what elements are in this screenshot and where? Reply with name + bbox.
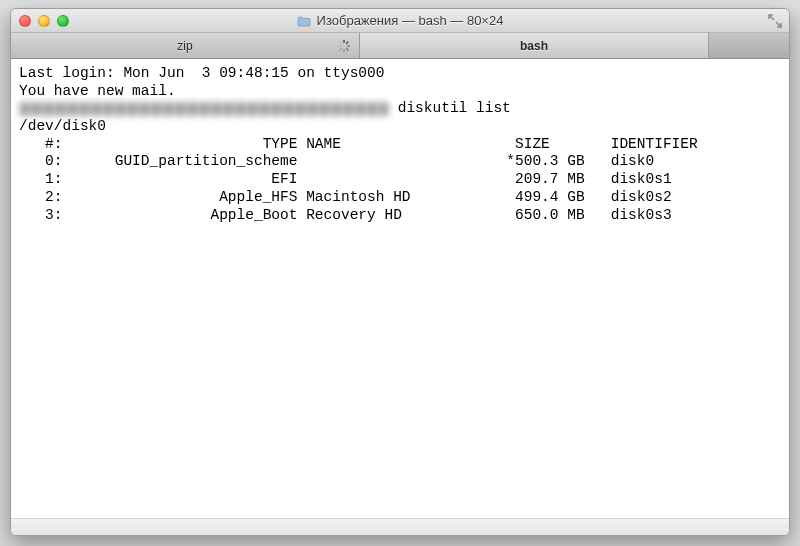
- last-login-line: Last login: Mon Jun 3 09:48:15 on ttys00…: [19, 65, 384, 81]
- window-title-text: Изображения — bash — 80×24: [317, 13, 504, 28]
- fullscreen-icon[interactable]: [767, 13, 783, 29]
- svg-line-1: [346, 41, 348, 43]
- titlebar[interactable]: Изображения — bash — 80×24: [11, 9, 789, 33]
- close-button[interactable]: [19, 15, 31, 27]
- redacted-prompt: [19, 102, 389, 116]
- tab-label: bash: [520, 39, 548, 53]
- terminal-window: Изображения — bash — 80×24 zip: [10, 8, 790, 536]
- tab-new[interactable]: [709, 33, 789, 58]
- tab-bar: zip bash: [11, 33, 789, 59]
- svg-line-5: [340, 48, 342, 50]
- statusbar: [11, 519, 789, 535]
- table-row: 1: EFI 209.7 MB disk0s1: [19, 171, 672, 187]
- terminal-output[interactable]: Last login: Mon Jun 3 09:48:15 on ttys00…: [11, 59, 789, 519]
- tab-bash[interactable]: bash: [360, 33, 709, 58]
- zoom-button[interactable]: [57, 15, 69, 27]
- table-row: 0: GUID_partition_scheme *500.3 GB disk0: [19, 153, 654, 169]
- minimize-button[interactable]: [38, 15, 50, 27]
- svg-line-3: [346, 48, 348, 50]
- table-row: 2: Apple_HFS Macintosh HD 499.4 GB disk0…: [19, 189, 672, 205]
- tab-label: zip: [177, 39, 192, 53]
- tab-zip[interactable]: zip: [11, 33, 360, 58]
- svg-line-7: [340, 41, 342, 43]
- folder-icon: [297, 15, 311, 26]
- traffic-lights: [11, 15, 69, 27]
- table-row: 3: Apple_Boot Recovery HD 650.0 MB disk0…: [19, 207, 672, 223]
- mail-line: You have new mail.: [19, 83, 176, 99]
- window-title: Изображения — bash — 80×24: [11, 13, 789, 28]
- command-text: diskutil list: [389, 100, 511, 116]
- spinner-icon: [337, 39, 351, 53]
- table-header: #: TYPE NAME SIZE IDENTIFIER: [19, 136, 698, 152]
- device-line: /dev/disk0: [19, 118, 106, 134]
